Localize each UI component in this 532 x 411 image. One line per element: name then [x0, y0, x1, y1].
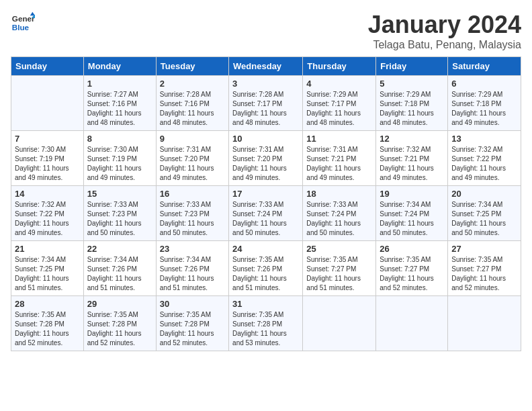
calendar-cell: 3Sunrise: 7:28 AMSunset: 7:17 PMDaylight…: [229, 76, 303, 131]
day-info: Sunrise: 7:32 AMSunset: 7:22 PMDaylight:…: [451, 145, 517, 183]
day-number: 14: [15, 189, 80, 199]
day-number: 5: [380, 79, 444, 89]
calendar-cell: 5Sunrise: 7:29 AMSunset: 7:18 PMDaylight…: [376, 76, 448, 131]
day-number: 26: [380, 244, 444, 254]
calendar-cell: 29Sunrise: 7:35 AMSunset: 7:28 PMDayligh…: [83, 296, 156, 351]
calendar-cell: 10Sunrise: 7:31 AMSunset: 7:20 PMDayligh…: [229, 131, 303, 186]
day-number: 3: [232, 79, 299, 89]
day-number: 28: [15, 299, 80, 309]
day-info: Sunrise: 7:34 AMSunset: 7:26 PMDaylight:…: [160, 255, 225, 293]
day-info: Sunrise: 7:29 AMSunset: 7:18 PMDaylight:…: [451, 90, 517, 128]
day-number: 30: [160, 299, 225, 309]
day-info: Sunrise: 7:28 AMSunset: 7:16 PMDaylight:…: [160, 90, 225, 128]
calendar-cell: 6Sunrise: 7:29 AMSunset: 7:18 PMDaylight…: [448, 76, 521, 131]
day-info: Sunrise: 7:31 AMSunset: 7:21 PMDaylight:…: [306, 145, 372, 183]
day-info: Sunrise: 7:33 AMSunset: 7:24 PMDaylight:…: [232, 200, 299, 238]
day-info: Sunrise: 7:34 AMSunset: 7:24 PMDaylight:…: [380, 200, 444, 238]
day-info: Sunrise: 7:32 AMSunset: 7:22 PMDaylight:…: [15, 200, 80, 238]
logo-icon: General Blue: [11, 11, 35, 35]
calendar-cell: 30Sunrise: 7:35 AMSunset: 7:28 PMDayligh…: [156, 296, 228, 351]
column-header-sunday: Sunday: [11, 57, 84, 76]
day-number: 27: [451, 244, 517, 254]
calendar-cell: 15Sunrise: 7:33 AMSunset: 7:23 PMDayligh…: [83, 186, 156, 241]
calendar-cell: 9Sunrise: 7:31 AMSunset: 7:20 PMDaylight…: [156, 131, 228, 186]
calendar-cell: 31Sunrise: 7:35 AMSunset: 7:28 PMDayligh…: [229, 296, 303, 351]
day-info: Sunrise: 7:35 AMSunset: 7:28 PMDaylight:…: [87, 310, 152, 348]
calendar-cell: 27Sunrise: 7:35 AMSunset: 7:27 PMDayligh…: [448, 241, 521, 296]
calendar-cell: 22Sunrise: 7:34 AMSunset: 7:26 PMDayligh…: [83, 241, 156, 296]
calendar-cell: 20Sunrise: 7:34 AMSunset: 7:25 PMDayligh…: [448, 186, 521, 241]
column-header-saturday: Saturday: [448, 57, 521, 76]
calendar-cell: 25Sunrise: 7:35 AMSunset: 7:27 PMDayligh…: [303, 241, 376, 296]
column-header-friday: Friday: [376, 57, 448, 76]
calendar-table: SundayMondayTuesdayWednesdayThursdayFrid…: [11, 56, 521, 351]
calendar-cell: 12Sunrise: 7:32 AMSunset: 7:21 PMDayligh…: [376, 131, 448, 186]
day-info: Sunrise: 7:35 AMSunset: 7:28 PMDaylight:…: [160, 310, 225, 348]
day-info: Sunrise: 7:34 AMSunset: 7:25 PMDaylight:…: [451, 200, 517, 238]
day-info: Sunrise: 7:33 AMSunset: 7:23 PMDaylight:…: [87, 200, 152, 238]
column-header-tuesday: Tuesday: [156, 57, 228, 76]
column-header-wednesday: Wednesday: [229, 57, 303, 76]
calendar-cell: 16Sunrise: 7:33 AMSunset: 7:23 PMDayligh…: [156, 186, 228, 241]
calendar-cell: 21Sunrise: 7:34 AMSunset: 7:25 PMDayligh…: [11, 241, 84, 296]
calendar-cell: 2Sunrise: 7:28 AMSunset: 7:16 PMDaylight…: [156, 76, 228, 131]
day-info: Sunrise: 7:35 AMSunset: 7:28 PMDaylight:…: [232, 310, 299, 348]
day-number: 13: [451, 134, 517, 144]
day-info: Sunrise: 7:33 AMSunset: 7:23 PMDaylight:…: [160, 200, 225, 238]
day-info: Sunrise: 7:29 AMSunset: 7:17 PMDaylight:…: [306, 90, 372, 128]
calendar-title-section: January 2024 Telaga Batu, Penang, Malays…: [368, 11, 521, 51]
day-info: Sunrise: 7:35 AMSunset: 7:27 PMDaylight:…: [380, 255, 444, 293]
calendar-cell: 13Sunrise: 7:32 AMSunset: 7:22 PMDayligh…: [448, 131, 521, 186]
day-info: Sunrise: 7:31 AMSunset: 7:20 PMDaylight:…: [160, 145, 225, 183]
day-number: 20: [451, 189, 517, 199]
day-number: 17: [232, 189, 299, 199]
calendar-cell: 11Sunrise: 7:31 AMSunset: 7:21 PMDayligh…: [303, 131, 376, 186]
column-header-monday: Monday: [83, 57, 156, 76]
logo: General Blue: [11, 11, 35, 35]
calendar-cell: [11, 76, 84, 131]
column-header-thursday: Thursday: [303, 57, 376, 76]
calendar-cell: 17Sunrise: 7:33 AMSunset: 7:24 PMDayligh…: [229, 186, 303, 241]
day-info: Sunrise: 7:35 AMSunset: 7:27 PMDaylight:…: [451, 255, 517, 293]
calendar-cell: 18Sunrise: 7:33 AMSunset: 7:24 PMDayligh…: [303, 186, 376, 241]
day-number: 12: [380, 134, 444, 144]
day-number: 15: [87, 189, 152, 199]
day-number: 19: [380, 189, 444, 199]
day-number: 21: [15, 244, 80, 254]
calendar-cell: [448, 296, 521, 351]
calendar-cell: 26Sunrise: 7:35 AMSunset: 7:27 PMDayligh…: [376, 241, 448, 296]
calendar-cell: 28Sunrise: 7:35 AMSunset: 7:28 PMDayligh…: [11, 296, 84, 351]
calendar-cell: [376, 296, 448, 351]
day-number: 25: [306, 244, 372, 254]
calendar-cell: 19Sunrise: 7:34 AMSunset: 7:24 PMDayligh…: [376, 186, 448, 241]
calendar-cell: 1Sunrise: 7:27 AMSunset: 7:16 PMDaylight…: [83, 76, 156, 131]
day-number: 7: [15, 134, 80, 144]
day-number: 6: [451, 79, 517, 89]
page-header: General Blue January 2024 Telaga Batu, P…: [11, 11, 521, 51]
day-number: 4: [306, 79, 372, 89]
calendar-cell: 7Sunrise: 7:30 AMSunset: 7:19 PMDaylight…: [11, 131, 84, 186]
day-number: 23: [160, 244, 225, 254]
calendar-week-row: 1Sunrise: 7:27 AMSunset: 7:16 PMDaylight…: [11, 76, 521, 131]
day-info: Sunrise: 7:30 AMSunset: 7:19 PMDaylight:…: [87, 145, 152, 183]
day-info: Sunrise: 7:34 AMSunset: 7:26 PMDaylight:…: [87, 255, 152, 293]
day-number: 9: [160, 134, 225, 144]
day-number: 2: [160, 79, 225, 89]
day-info: Sunrise: 7:33 AMSunset: 7:24 PMDaylight:…: [306, 200, 372, 238]
day-number: 29: [87, 299, 152, 309]
day-number: 24: [232, 244, 299, 254]
day-number: 10: [232, 134, 299, 144]
calendar-cell: 8Sunrise: 7:30 AMSunset: 7:19 PMDaylight…: [83, 131, 156, 186]
calendar-cell: 14Sunrise: 7:32 AMSunset: 7:22 PMDayligh…: [11, 186, 84, 241]
calendar-cell: 24Sunrise: 7:35 AMSunset: 7:26 PMDayligh…: [229, 241, 303, 296]
calendar-cell: [303, 296, 376, 351]
day-number: 22: [87, 244, 152, 254]
calendar-header-row: SundayMondayTuesdayWednesdayThursdayFrid…: [11, 57, 521, 76]
calendar-week-row: 7Sunrise: 7:30 AMSunset: 7:19 PMDaylight…: [11, 131, 521, 186]
day-info: Sunrise: 7:35 AMSunset: 7:27 PMDaylight:…: [306, 255, 372, 293]
day-info: Sunrise: 7:34 AMSunset: 7:25 PMDaylight:…: [15, 255, 80, 293]
day-number: 31: [232, 299, 299, 309]
day-number: 1: [87, 79, 152, 89]
day-number: 11: [306, 134, 372, 144]
calendar-title: January 2024: [368, 11, 521, 39]
